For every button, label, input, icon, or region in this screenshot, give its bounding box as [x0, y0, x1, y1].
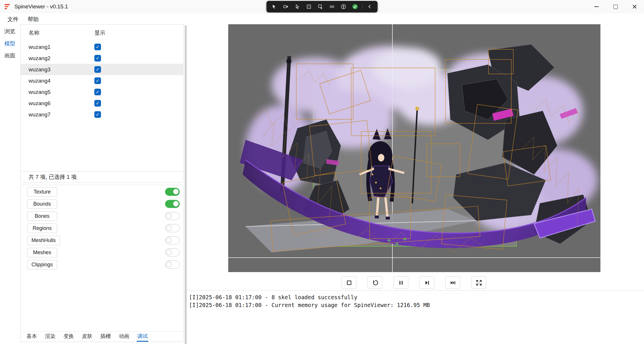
stop-button[interactable]: [342, 276, 356, 289]
table-row[interactable]: wuzang5 ✓: [21, 86, 183, 98]
overlay-separator: [362, 3, 363, 10]
screen-overlay-toolbar: [267, 1, 378, 12]
regions-button[interactable]: Regions: [27, 224, 57, 233]
menu-file[interactable]: 文件: [3, 14, 23, 25]
tab-basic[interactable]: 基本: [26, 332, 38, 342]
pointer-icon[interactable]: [293, 2, 302, 11]
cursor-settings-icon[interactable]: [269, 2, 279, 11]
status-check-icon[interactable]: [350, 2, 360, 11]
step-forward-button[interactable]: [420, 276, 434, 289]
fit-view-button[interactable]: [471, 276, 486, 289]
check-icon: ✓: [96, 112, 100, 117]
model-name: wuzang7: [29, 111, 94, 118]
reset-button[interactable]: [368, 276, 382, 289]
close-icon: [632, 4, 637, 9]
table-row[interactable]: wuzang1 ✓: [21, 41, 183, 53]
viewport-canvas[interactable]: [228, 24, 600, 272]
visibility-checkbox[interactable]: ✓: [94, 77, 101, 84]
toggle-row: Texture: [21, 186, 183, 198]
reset-icon: [371, 279, 379, 287]
minimize-button[interactable]: [587, 0, 606, 13]
visibility-checkbox[interactable]: ✓: [94, 89, 101, 95]
meshhulls-button[interactable]: MeshHulls: [27, 236, 60, 245]
meshes-toggle[interactable]: [165, 248, 180, 256]
table-row[interactable]: wuzang7 ✓: [21, 109, 183, 120]
accessibility-icon[interactable]: [339, 2, 349, 11]
bottom-tab-bar: 基本 渲染 变换 皮肤 插槽 动画 调试: [21, 331, 183, 342]
minimize-icon: [594, 6, 599, 7]
tab-slot[interactable]: 插槽: [100, 332, 111, 342]
tab-render[interactable]: 渲染: [44, 332, 56, 342]
check-icon: ✓: [96, 56, 100, 61]
step-forward-icon: [423, 279, 431, 287]
nav-item-model[interactable]: 模型: [0, 38, 20, 50]
texture-toggle[interactable]: [165, 188, 180, 196]
debug-panel: Texture Bounds Bones Regions MeshHulls M…: [20, 185, 184, 342]
table-row[interactable]: wuzang2 ✓: [21, 53, 183, 64]
check-icon: ✓: [96, 79, 100, 83]
region-frame-icon[interactable]: [304, 2, 314, 11]
bounds-toggle[interactable]: [165, 200, 180, 208]
skip-forward-button[interactable]: [445, 276, 460, 289]
meshes-button[interactable]: Meshes: [27, 248, 57, 257]
tab-debug[interactable]: 调试: [137, 332, 148, 342]
bones-button[interactable]: Bones: [27, 211, 57, 221]
menu-help[interactable]: 帮助: [23, 14, 43, 25]
bones-toggle[interactable]: [165, 212, 180, 220]
maximize-button[interactable]: [606, 0, 625, 13]
spine-render: [228, 24, 600, 272]
playback-controls: [342, 276, 486, 289]
model-name: wuzang5: [29, 89, 94, 95]
model-list-panel: 名称 显示 wuzang1 ✓ wuzang2 ✓ wuzang3 ✓ wuza…: [20, 24, 184, 183]
toggle-knob: [166, 237, 172, 243]
meshhulls-toggle[interactable]: [165, 236, 180, 244]
app-icon: [5, 3, 11, 10]
pause-icon: [397, 279, 405, 287]
pause-button[interactable]: [394, 276, 408, 289]
bounds-button[interactable]: Bounds: [27, 199, 57, 209]
table-row[interactable]: wuzang6 ✓: [21, 98, 183, 109]
model-name: wuzang3: [29, 66, 94, 73]
maximize-icon: [613, 5, 618, 9]
panel-splitter[interactable]: [185, 25, 187, 344]
nav-rail: 浏览 模型 画面: [0, 25, 20, 344]
log-line: [I]2025-06-18 01:17:00 - Current memory …: [189, 301, 639, 309]
tab-animation[interactable]: 动画: [118, 332, 130, 342]
chevron-left-icon[interactable]: [365, 2, 375, 11]
table-row[interactable]: wuzang4 ✓: [21, 75, 183, 86]
toggle-knob: [166, 213, 172, 219]
model-name: wuzang6: [29, 100, 94, 107]
check-icon: ✓: [96, 67, 100, 72]
texture-button[interactable]: Texture: [27, 187, 57, 197]
nav-item-browse[interactable]: 浏览: [0, 25, 20, 38]
visibility-checkbox[interactable]: ✓: [94, 44, 101, 50]
visibility-checkbox[interactable]: ✓: [94, 111, 101, 118]
column-visible: 显示: [94, 29, 183, 37]
nav-item-view[interactable]: 画面: [0, 50, 20, 62]
selection-status: 共 7 项, 已选择 1 项: [21, 171, 183, 183]
clippings-button[interactable]: Clippings: [27, 260, 57, 269]
tab-skin[interactable]: 皮肤: [81, 332, 93, 342]
pointer-frame-icon[interactable]: [316, 2, 325, 11]
toggle-row: MeshHulls: [21, 234, 183, 246]
table-row[interactable]: wuzang3 ✓: [21, 64, 183, 75]
toggle-row: Regions: [21, 222, 183, 234]
toggle-row: Clippings: [21, 259, 183, 271]
visibility-checkbox[interactable]: ✓: [94, 100, 101, 107]
clippings-toggle[interactable]: [165, 261, 180, 269]
model-name: wuzang2: [29, 55, 94, 62]
check-icon: ✓: [96, 45, 100, 49]
table-header: 名称 显示: [21, 25, 183, 41]
broadcast-icon[interactable]: [327, 2, 337, 11]
visibility-checkbox[interactable]: ✓: [94, 66, 101, 73]
regions-toggle[interactable]: [165, 224, 180, 232]
titlebar[interactable]: SpineViewer - v0.15.1: [0, 0, 644, 13]
check-icon: ✓: [96, 90, 100, 94]
log-line: [I]2025-06-18 01:17:00 - 8 skel loaded s…: [189, 293, 639, 301]
record-camera-icon[interactable]: [281, 2, 291, 11]
tab-transform[interactable]: 变换: [63, 332, 74, 342]
visibility-checkbox[interactable]: ✓: [94, 55, 101, 62]
toggle-row: Bones: [21, 210, 183, 222]
close-button[interactable]: [625, 0, 644, 13]
log-output: [I]2025-06-18 01:17:00 - 8 skel loaded s…: [189, 293, 639, 309]
